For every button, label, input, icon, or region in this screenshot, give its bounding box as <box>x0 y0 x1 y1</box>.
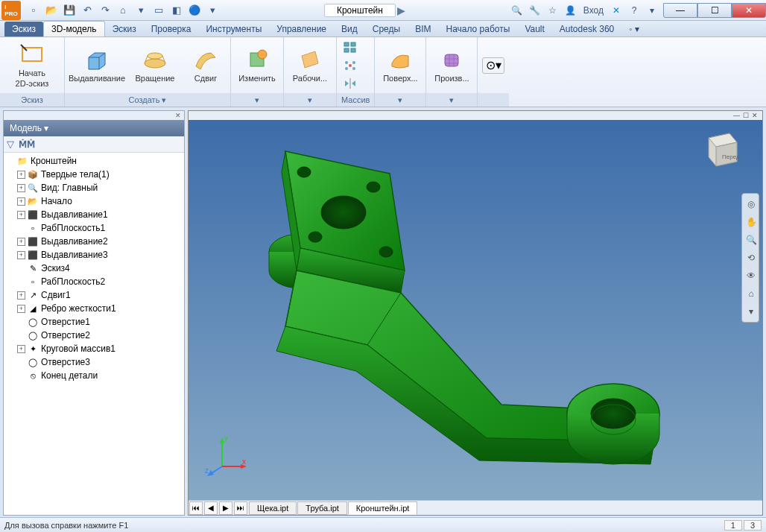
minimize-button[interactable]: — <box>663 3 697 18</box>
start-2d-sketch-button[interactable]: Начать 2D-эскиз <box>4 39 60 92</box>
expand-icon[interactable]: + <box>17 291 25 300</box>
tab-nav-last-icon[interactable]: ⏭ <box>234 501 247 515</box>
app-icon[interactable]: IPRO <box>1 1 21 20</box>
tree-item[interactable]: +✦Круговой массив1 <box>5 342 183 355</box>
appearance-icon[interactable]: 🔵 <box>186 2 203 19</box>
star-icon[interactable]: ☆ <box>545 2 561 19</box>
browser-close-icon[interactable]: ✕ <box>4 111 184 120</box>
tab-environments[interactable]: Среды <box>365 22 408 37</box>
circ-pattern-icon[interactable] <box>341 57 359 74</box>
tree-item[interactable]: ◯Отверстие1 <box>5 315 183 329</box>
tab-sketch[interactable]: Эскиз <box>4 22 43 37</box>
mirror-icon[interactable] <box>341 75 359 92</box>
tab-bim[interactable]: BIM <box>408 22 438 37</box>
filter-icon[interactable]: ▽ <box>7 139 14 150</box>
login-link[interactable]: Вход <box>583 5 604 16</box>
redo-icon[interactable]: ↷ <box>97 2 113 19</box>
maximize-button[interactable]: ☐ <box>697 3 732 18</box>
tree-item[interactable]: +↗Сдвиг1 <box>5 288 183 302</box>
viewport-3d[interactable]: — ☐ ✕ <box>188 110 763 516</box>
browser-title[interactable]: Модель ▾ <box>4 120 184 136</box>
close-button[interactable]: ✕ <box>732 3 766 18</box>
user-icon[interactable]: 👤 <box>563 2 579 19</box>
help-icon[interactable]: ? <box>626 2 642 19</box>
tree-item[interactable]: +📂Начало <box>5 194 183 208</box>
tab-manage[interactable]: Управление <box>269 22 334 37</box>
overflow-button[interactable]: ⊙▾ <box>482 57 504 74</box>
tab-nav-next-icon[interactable]: ▶ <box>219 501 232 515</box>
modify-button[interactable]: Изменить <box>235 39 279 92</box>
tab-tools[interactable]: Инструменты <box>198 22 269 37</box>
expand-icon[interactable]: + <box>17 238 25 246</box>
expand-icon[interactable]: + <box>17 171 25 179</box>
new-icon[interactable]: ▫ <box>25 2 42 19</box>
nav-lookat-icon[interactable]: 👁 <box>744 268 759 283</box>
tree-item[interactable]: +🔍Вид: Главный <box>5 181 183 194</box>
more-icon[interactable]: ▾ <box>204 2 221 19</box>
home-icon[interactable]: ⌂ <box>115 2 131 19</box>
tab-nav-first-icon[interactable]: ⏮ <box>189 501 203 515</box>
doc-tab-3[interactable]: Кронштейн.ipt <box>348 501 417 515</box>
save-icon[interactable]: 💾 <box>61 2 77 19</box>
revolve-button[interactable]: Вращение <box>127 39 183 92</box>
doc-tab-2[interactable]: Труба.ipt <box>297 501 347 515</box>
select-icon[interactable]: ▭ <box>151 2 167 19</box>
key-icon[interactable]: 🔧 <box>527 2 543 19</box>
exchange-icon[interactable]: ✕ <box>608 2 624 19</box>
help-dropdown-icon[interactable]: ▾ <box>644 2 660 19</box>
tab-view[interactable]: Вид <box>334 22 365 37</box>
undo-icon[interactable]: ↶ <box>79 2 95 19</box>
expand-icon[interactable]: + <box>17 251 25 259</box>
feature-tree[interactable]: 📁Кронштейн+📦Твердые тела(1)+🔍Вид: Главны… <box>4 153 184 515</box>
group-title-create[interactable]: Создать ▾ <box>65 93 230 107</box>
extrude-button[interactable]: Выдавливание <box>69 39 124 92</box>
search-arrow-icon[interactable]: ▶ <box>397 4 405 16</box>
tab-check[interactable]: Проверка <box>144 22 199 37</box>
tab-sketch2[interactable]: Эскиз <box>105 22 144 37</box>
sweep-button[interactable]: Сдвиг <box>186 39 226 92</box>
expand-icon[interactable]: + <box>17 305 25 313</box>
nav-home-icon[interactable]: ⌂ <box>744 286 759 301</box>
tree-item[interactable]: +◢Ребро жесткости1 <box>5 302 183 315</box>
nav-orbit-icon[interactable]: ⟲ <box>744 250 759 265</box>
vp-max-icon[interactable]: ☐ <box>743 112 749 119</box>
expand-icon[interactable]: + <box>17 197 25 206</box>
viewcube[interactable]: Перед <box>700 129 740 169</box>
doc-tab-1[interactable]: Щека.ipt <box>249 501 297 515</box>
tree-item[interactable]: ◯Отверстие2 <box>5 329 183 342</box>
tree-item[interactable]: 📁Кронштейн <box>5 154 183 168</box>
freeform-button[interactable]: Произв... <box>431 39 472 92</box>
material-icon[interactable]: ◧ <box>168 2 185 19</box>
vp-close-icon[interactable]: ✕ <box>752 112 758 119</box>
expand-icon[interactable]: + <box>17 184 25 192</box>
tree-item[interactable]: ▫РабПлоскость1 <box>5 221 183 235</box>
tab-nav-prev-icon[interactable]: ◀ <box>204 501 218 515</box>
tab-autodesk360[interactable]: Autodesk 360 <box>552 22 621 37</box>
tab-bullet[interactable]: ◦ ▾ <box>621 22 647 37</box>
open-icon[interactable]: 📂 <box>43 2 60 19</box>
tree-item[interactable]: ⦸Конец детали <box>5 369 183 382</box>
nav-zoom-icon[interactable]: 🔍 <box>744 232 759 247</box>
tree-item[interactable]: +⬛Выдавливание3 <box>5 248 183 262</box>
find-icon[interactable]: ṀṀ <box>19 139 35 150</box>
tree-item[interactable]: +📦Твердые тела(1) <box>5 168 183 181</box>
expand-icon[interactable]: + <box>17 211 25 219</box>
nav-pan-icon[interactable]: ✋ <box>744 215 759 229</box>
vp-min-icon[interactable]: — <box>733 112 740 119</box>
tree-item[interactable]: ◯Отверстие3 <box>5 355 183 369</box>
expand-icon[interactable]: + <box>17 345 25 353</box>
dropdown-icon[interactable]: ▾ <box>133 2 149 19</box>
rect-pattern-icon[interactable] <box>341 39 359 56</box>
tree-item[interactable]: ▫РабПлоскость2 <box>5 275 183 288</box>
nav-more-icon[interactable]: ▾ <box>744 304 759 319</box>
tab-3d-model[interactable]: 3D-модель <box>43 21 105 37</box>
nav-wheel-icon[interactable]: ◎ <box>744 197 759 212</box>
tab-getting-started[interactable]: Начало работы <box>438 22 517 37</box>
tree-item[interactable]: +⬛Выдавливание2 <box>5 235 183 248</box>
surface-button[interactable]: Поверх... <box>379 39 421 92</box>
search-icon[interactable]: 🔍 <box>509 2 525 19</box>
tree-item[interactable]: ✎Эскиз4 <box>5 262 183 275</box>
tab-vault[interactable]: Vault <box>517 22 551 37</box>
work-features-button[interactable]: Рабочи... <box>288 39 332 92</box>
tree-item[interactable]: +⬛Выдавливание1 <box>5 208 183 221</box>
